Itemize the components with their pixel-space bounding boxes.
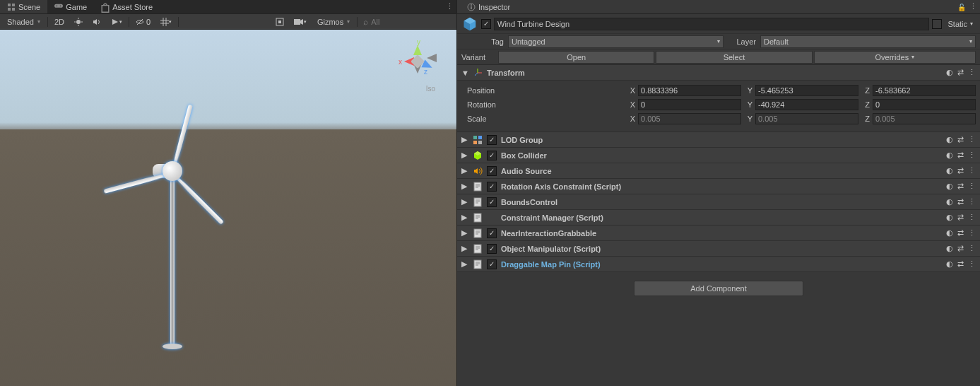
component-header[interactable]: ▶✓BoundsControl◐⇄⋮ [457,194,980,210]
expand-icon[interactable]: ▶ [461,244,468,253]
help-icon[interactable]: ◐ [946,259,953,269]
tab-game[interactable]: Game [47,0,94,13]
expand-icon[interactable]: ▶ [461,182,468,191]
audio-toggle-icon[interactable] [89,16,105,28]
component-header[interactable]: ▶✓Draggable Map Pin (Script)◐⇄⋮ [457,257,980,272]
grid-toggle-icon[interactable]: ▾ [157,16,175,28]
static-dropdown[interactable]: Static [945,20,976,28]
scale-x-input[interactable] [638,113,741,124]
active-checkbox[interactable]: ✓ [481,19,491,29]
fx-toggle-icon[interactable]: ▾ [107,16,126,28]
menu-icon[interactable]: ⋮ [968,166,976,175]
lighting-toggle-icon[interactable] [71,16,86,28]
menu-icon[interactable]: ⋮ [968,197,976,206]
projection-label[interactable]: Iso [426,85,435,93]
tool-handle-icon[interactable] [272,16,288,28]
static-checkbox[interactable]: ✓ [932,19,942,29]
preset-icon[interactable]: ⇄ [957,182,964,191]
component-checkbox[interactable]: ✓ [487,151,497,160]
position-y-input[interactable] [755,85,858,96]
camera-icon[interactable]: ▾ [290,16,310,28]
expand-icon[interactable]: ▶ [461,197,468,206]
tab-asset-store[interactable]: Asset Store [94,0,160,13]
component-checkbox[interactable]: ✓ [487,197,497,207]
search-input[interactable] [371,18,451,26]
rotation-x-input[interactable] [638,99,741,110]
help-icon[interactable]: ◐ [946,213,953,222]
position-x-input[interactable] [638,85,741,96]
overrides-dropdown[interactable]: Overrides [814,51,976,64]
scene-search[interactable] [360,16,454,28]
preset-icon[interactable]: ⇄ [957,166,964,175]
help-icon[interactable]: ◐ [946,151,953,160]
component-header[interactable]: ▶✓Rotation Axis Constraint (Script)◐⇄⋮ [457,179,980,194]
panel-menu-icon[interactable] [969,2,977,11]
component-header[interactable]: ▶✓LOD Group◐⇄⋮ [457,132,980,148]
preset-icon[interactable]: ⇄ [957,213,964,222]
menu-icon[interactable]: ⋮ [968,68,976,77]
expand-icon[interactable]: ▶ [461,213,468,222]
menu-icon[interactable]: ⋮ [968,259,976,269]
component-checkbox[interactable]: ✓ [487,228,497,238]
component-header[interactable]: ▶✓NearInteractionGrabbable◐⇄⋮ [457,226,980,241]
expand-icon[interactable]: ▶ [461,151,468,160]
menu-icon[interactable]: ⋮ [968,213,976,222]
help-icon[interactable]: ◐ [946,197,953,206]
preset-icon[interactable]: ⇄ [957,135,964,144]
preset-icon[interactable]: ⇄ [957,151,964,160]
help-icon[interactable]: ◐ [946,228,953,238]
expand-icon[interactable]: ▶ [461,135,468,144]
component-checkbox[interactable]: ✓ [487,166,497,176]
component-header[interactable]: ▶✓Box Collider◐⇄⋮ [457,148,980,163]
transform-header[interactable]: ▼ Transform ◐ ⇄ ⋮ [457,65,980,81]
component-header[interactable]: ▶✓Audio Source◐⇄⋮ [457,163,980,179]
prefab-icon[interactable] [461,16,478,33]
scale-y-input[interactable] [755,113,858,124]
shading-dropdown[interactable]: Shaded [3,16,45,28]
help-icon[interactable]: ◐ [946,68,953,77]
menu-icon[interactable]: ⋮ [968,244,976,253]
component-checkbox[interactable]: ✓ [487,182,497,192]
help-icon[interactable]: ◐ [946,244,953,253]
help-icon[interactable]: ◐ [946,182,953,191]
layer-dropdown[interactable]: Default [760,35,976,48]
preset-icon[interactable]: ⇄ [957,244,964,253]
mode-2d-toggle[interactable]: 2D [51,16,68,28]
tab-scene[interactable]: Scene [0,0,47,13]
expand-icon[interactable]: ▶ [461,259,468,269]
component-checkbox[interactable]: ✓ [487,259,497,269]
preset-icon[interactable]: ⇄ [957,68,964,77]
preset-icon[interactable]: ⇄ [957,259,964,269]
tab-menu-icon[interactable] [446,2,454,11]
component-checkbox[interactable]: ✓ [487,244,497,254]
preset-icon[interactable]: ⇄ [957,228,964,238]
tag-dropdown[interactable]: Untagged [508,35,724,48]
menu-icon[interactable]: ⋮ [968,135,976,144]
scene-viewport[interactable]: x y z Iso [0,30,456,386]
component-header[interactable]: ▶Constraint Manager (Script)◐⇄⋮ [457,210,980,226]
component-checkbox[interactable]: ✓ [487,135,497,145]
rotation-y-input[interactable] [755,99,858,110]
preset-icon[interactable]: ⇄ [957,197,964,206]
expand-icon[interactable]: ▶ [461,228,468,238]
open-button[interactable]: Open [498,51,654,64]
help-icon[interactable]: ◐ [946,135,953,144]
tab-inspector[interactable]: Inspector [460,0,517,13]
menu-icon[interactable]: ⋮ [968,182,976,191]
expand-icon[interactable]: ▶ [461,166,468,175]
position-z-input[interactable] [873,85,976,96]
hidden-count-icon[interactable]: 0 [132,16,154,28]
help-icon[interactable]: ◐ [946,166,953,175]
menu-icon[interactable]: ⋮ [968,228,976,238]
add-component-button[interactable]: Add Component [634,281,803,296]
orientation-gizmo[interactable]: x y z [393,37,442,86]
component-header[interactable]: ▶✓Object Manipulator (Script)◐⇄⋮ [457,241,980,257]
lock-icon[interactable] [957,3,966,11]
expand-icon[interactable]: ▼ [461,69,468,77]
gizmos-dropdown[interactable]: Gizmos [313,16,354,28]
rotation-z-input[interactable] [873,99,976,110]
scale-z-input[interactable] [873,113,976,124]
object-name-input[interactable] [494,18,929,30]
menu-icon[interactable]: ⋮ [968,151,976,160]
select-button[interactable]: Select [656,51,812,64]
